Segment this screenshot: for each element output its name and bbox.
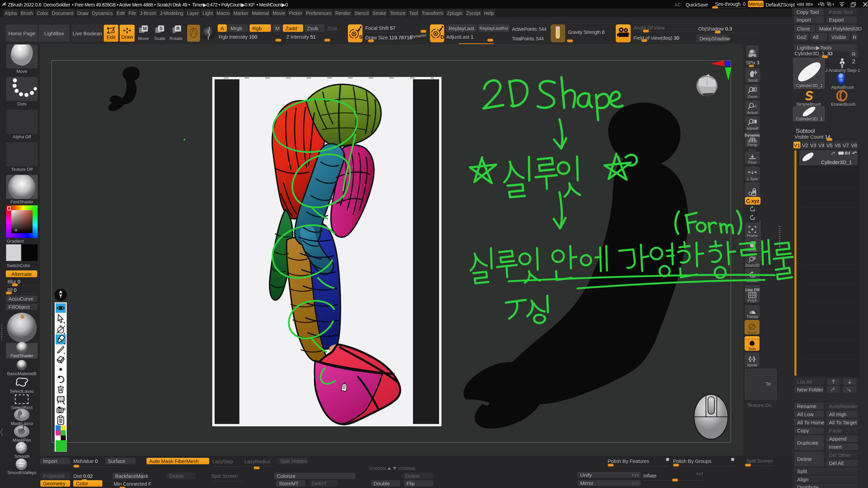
svg-text:S: S — [359, 34, 362, 40]
svg-text:S: S — [159, 26, 162, 31]
svg-text:y: y — [753, 209, 755, 212]
svg-text:C: C — [753, 191, 755, 194]
svg-text:z: z — [753, 217, 755, 221]
svg-text:R: R — [176, 26, 180, 31]
svg-text:D: D — [440, 34, 444, 40]
svg-text:M: M — [143, 26, 147, 31]
svg-text:x1: x1 — [753, 104, 757, 108]
